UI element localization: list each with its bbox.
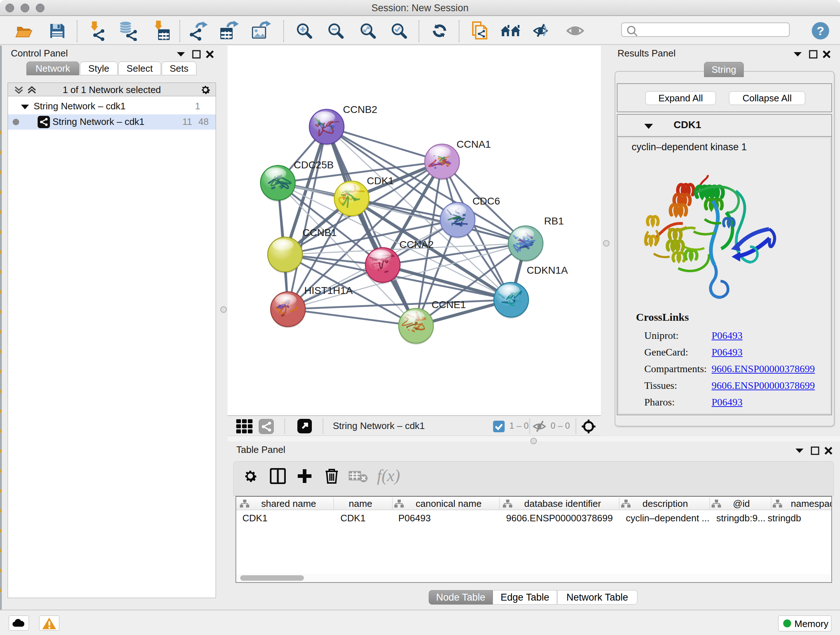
svg-text:CCNB2: CCNB2: [343, 104, 377, 115]
svg-text:CDC25B: CDC25B: [294, 159, 333, 171]
svg-text:CDK1: CDK1: [367, 175, 394, 187]
svg-text:CCNE1: CCNE1: [431, 299, 466, 310]
svg-text:CDKN1A: CDKN1A: [527, 264, 568, 276]
svg-text:CCNA2: CCNA2: [399, 239, 434, 250]
svg-text:RB1: RB1: [544, 215, 564, 226]
svg-text:CDC6: CDC6: [472, 195, 500, 207]
svg-text:HIST1H1A: HIST1H1A: [304, 285, 353, 296]
svg-text:CCNB1: CCNB1: [302, 227, 337, 238]
svg-text:CCNA1: CCNA1: [456, 139, 491, 150]
